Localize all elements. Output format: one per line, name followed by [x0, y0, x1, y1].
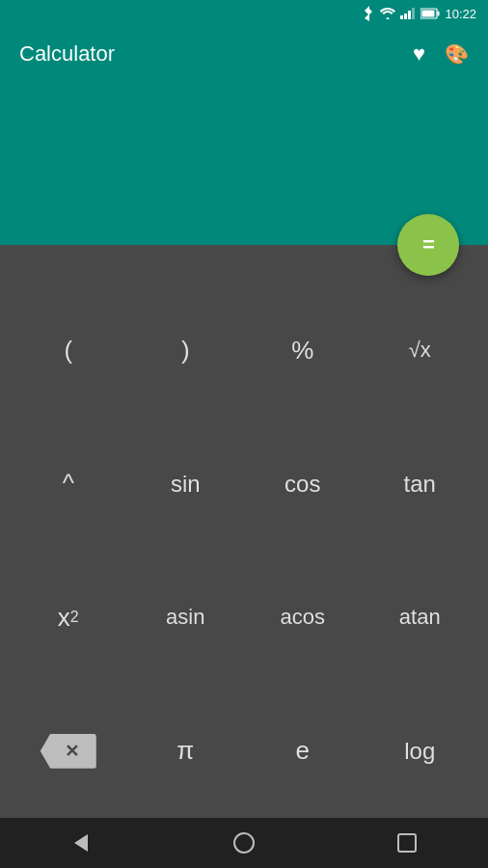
svg-rect-5: [438, 12, 440, 16]
app-title: Calculator: [19, 41, 115, 67]
battery-icon: [420, 8, 440, 19]
status-bar: 10:22: [0, 0, 488, 27]
key-open-paren[interactable]: (: [20, 316, 117, 384]
nav-home-button[interactable]: [220, 818, 268, 868]
app-header: Calculator ♥ 🎨: [0, 27, 488, 81]
key-row-3: x2 asin acos atan: [0, 551, 488, 685]
key-acos[interactable]: acos: [255, 583, 351, 651]
equals-button[interactable]: =: [397, 214, 459, 276]
svg-rect-0: [400, 15, 403, 19]
key-pi[interactable]: π: [137, 718, 233, 785]
nav-back-button[interactable]: [57, 818, 105, 868]
svg-rect-6: [422, 11, 435, 17]
back-icon: [74, 834, 88, 852]
key-power[interactable]: ^: [20, 450, 117, 518]
recent-icon: [397, 833, 417, 853]
key-atan[interactable]: atan: [371, 583, 468, 651]
signal-icon: [400, 8, 416, 19]
backspace-x-icon: ✕: [65, 741, 79, 762]
svg-rect-2: [408, 11, 411, 19]
status-time: 10:22: [445, 7, 476, 21]
key-row-4: ✕ π e log: [0, 685, 488, 819]
key-tan[interactable]: tan: [371, 450, 468, 518]
key-row-2: ^ sin cos tan: [0, 418, 488, 552]
svg-rect-1: [404, 14, 407, 19]
home-icon: [233, 832, 255, 854]
key-sin[interactable]: sin: [137, 450, 233, 518]
key-close-paren[interactable]: ): [137, 316, 233, 384]
palette-icon[interactable]: 🎨: [445, 42, 469, 66]
wifi-icon: [380, 8, 395, 19]
display-area: =: [0, 81, 488, 245]
header-icons: ♥ 🎨: [413, 41, 469, 67]
key-sqrt[interactable]: √x: [371, 316, 468, 384]
svg-rect-3: [412, 8, 415, 19]
key-percent[interactable]: %: [255, 316, 351, 384]
nav-recent-button[interactable]: [383, 818, 431, 868]
equals-icon: =: [422, 232, 434, 258]
backspace-shape: ✕: [41, 734, 96, 769]
status-icons: 10:22: [364, 6, 476, 21]
bluetooth-icon: [364, 6, 375, 21]
key-square[interactable]: x2: [20, 583, 117, 651]
key-backspace[interactable]: ✕: [20, 718, 117, 785]
key-euler[interactable]: e: [255, 718, 351, 785]
key-asin[interactable]: asin: [137, 583, 233, 651]
keypad-area: ( ) % √x ^ sin cos tan x2 asin acos atan…: [0, 245, 488, 818]
key-cos[interactable]: cos: [255, 450, 351, 518]
key-row-1: ( ) % √x: [0, 284, 488, 418]
key-log[interactable]: log: [371, 718, 468, 785]
nav-bar: [0, 818, 488, 868]
favorite-icon[interactable]: ♥: [413, 41, 425, 67]
